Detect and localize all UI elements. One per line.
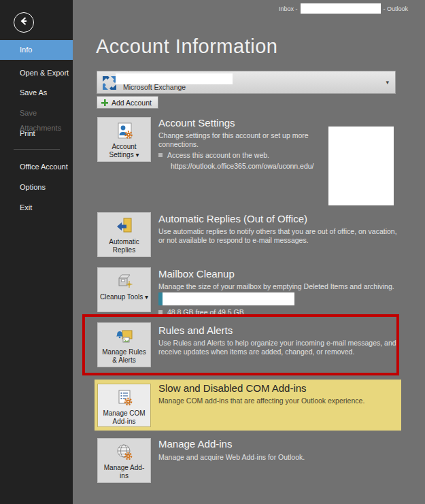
manage-addins-button[interactable]: Manage Add-ins [97,438,151,483]
automatic-replies-button[interactable]: Automatic Replies [97,212,151,257]
automatic-replies-icon [114,216,135,237]
back-arrow-icon [18,15,30,30]
sidebar-item-print[interactable]: Print [0,126,73,141]
backstage-sidebar: Info Open & Export Save As Save Attachme… [0,0,73,504]
manage-addins-description: Manage and acquire Web Add-ins for Outlo… [158,453,403,462]
sidebar-item-save-attachments: Save Attachments [0,105,73,120]
manage-addins-heading: Manage Add-ins [158,438,232,450]
cleanup-tools-button[interactable]: Cleanup Tools ▾ [97,267,151,312]
sidebar-item-info[interactable]: Info [0,40,73,60]
mailbox-progress-fill [158,292,163,305]
mailbox-storage-bar [158,292,294,305]
tile-label: Cleanup Tools ▾ [100,293,149,301]
manage-rules-alerts-button[interactable]: Manage Rules & Alerts [97,322,151,367]
account-settings-button[interactable]: Account Settings ▾ [97,117,151,162]
sidebar-item-save-as[interactable]: Save As [0,85,73,100]
titlebar-prefix: Inbox - [279,5,298,12]
mailbox-cleanup-heading: Mailbox Cleanup [158,268,235,280]
manage-com-addins-button[interactable]: Manage COM Add-ins [97,384,151,427]
rules-alerts-heading: Rules and Alerts [158,324,233,336]
sidebar-item-exit[interactable]: Exit [0,200,73,215]
add-account-button[interactable]: Add Account [97,96,158,109]
access-web-label: Access this account on the web. [167,151,269,159]
chevron-down-icon: ▾ [386,79,389,86]
plus-icon [101,99,108,106]
access-web-row: Access this account on the web. [158,151,269,159]
storage-info-row: 48.8 GB free of 49.5 GB [158,308,244,316]
account-selector-dropdown[interactable]: Microsoft Exchange ▾ [97,71,396,94]
owa-url-link[interactable]: https://outlook.office365.com/owa/uconn.… [171,162,314,170]
sidebar-item-label: Open & Export [20,69,69,77]
tile-label: Manage COM Add-ins [99,409,150,426]
titlebar: Inbox - - Outlook [279,3,408,14]
sidebar-item-label: Office Account [20,163,68,171]
storage-info-label: 48.8 GB free of 49.5 GB [167,308,244,316]
sidebar-item-open-export[interactable]: Open & Export [0,65,73,80]
page-title: Account Information [96,35,277,58]
sidebar-item-label: Info [20,46,32,54]
com-addins-description: Manage COM add-ins that are affecting yo… [158,397,364,405]
redacted-account-name [301,3,381,14]
add-account-label: Add Account [112,99,152,107]
sidebar-item-office-account[interactable]: Office Account [0,159,73,174]
automatic-replies-heading: Automatic Replies (Out of Office) [158,213,307,224]
tile-label: Manage Add-ins [100,464,149,480]
account-settings-heading: Account Settings [158,117,235,129]
tile-label: Account Settings ▾ [100,143,149,159]
redacted-image-area [328,127,394,205]
sidebar-item-label: Save As [20,88,47,97]
bullet-icon [158,153,163,157]
sidebar-divider [14,149,60,150]
manage-com-addins-icon [114,388,135,408]
sidebar-item-label: Exit [20,203,32,212]
manage-rules-alerts-icon [114,326,135,347]
account-settings-description: Change settings for this account or set … [158,131,325,150]
com-addins-heading: Slow and Disabled COM Add-ins [158,382,307,394]
com-addins-warning-panel: Manage COM Add-ins Slow and Disabled COM… [95,380,401,431]
automatic-replies-description: Use automatic replies to notify others t… [158,227,398,246]
tile-label: Automatic Replies [100,238,149,254]
account-settings-icon [114,121,135,141]
sidebar-item-label: Print [20,129,35,137]
outlook-backstage-window: Inbox - - Outlook Info Open & Export Sav… [0,0,425,504]
bullet-icon [158,310,163,314]
rules-alerts-description: Use Rules and Alerts to help organize yo… [158,339,402,357]
cleanup-tools-icon [114,271,135,292]
mailbox-cleanup-description: Manage the size of your mailbox by empty… [158,282,410,291]
back-button[interactable] [14,12,34,33]
manage-addins-icon [114,442,135,463]
sidebar-item-label: Options [20,183,46,191]
titlebar-suffix: - Outlook [384,5,409,12]
sidebar-item-options[interactable]: Options [0,180,73,195]
tile-label: Manage Rules & Alerts [100,348,149,365]
account-provider-label: Microsoft Exchange [123,83,186,91]
